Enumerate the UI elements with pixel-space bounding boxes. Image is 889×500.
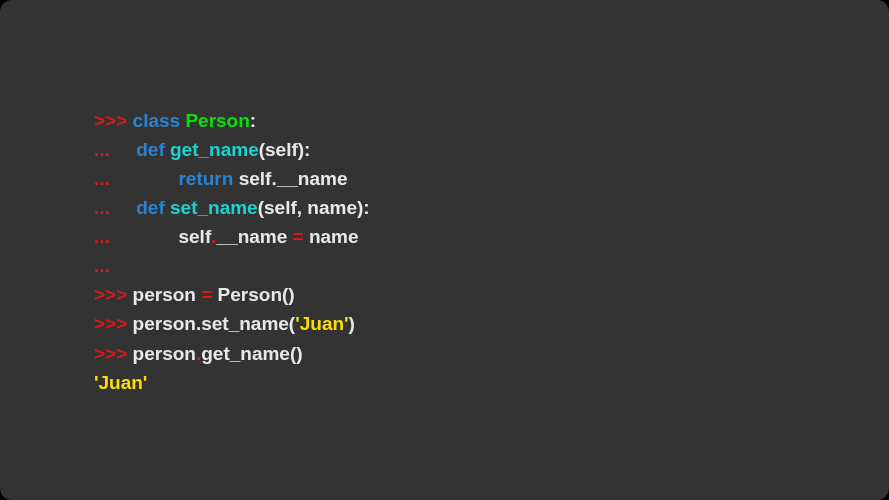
code-token: def — [136, 197, 170, 218]
code-token: class — [133, 110, 186, 131]
code-line-0: >>> class Person: — [94, 106, 795, 135]
code-slide: >>> class Person:... def get_name(self):… — [0, 0, 889, 500]
code-token: Person — [185, 110, 249, 131]
code-token: person — [133, 284, 202, 305]
code-token: person — [133, 343, 196, 364]
code-token: def — [136, 139, 170, 160]
code-token: name — [309, 226, 359, 247]
code-token: set_name — [170, 197, 258, 218]
code-line-2: ... return self.__name — [94, 164, 795, 193]
code-token: >>> — [94, 110, 133, 131]
code-token: ... — [94, 197, 136, 218]
code-line-8: >>> person.get_name() — [94, 339, 795, 368]
code-token: get_name — [170, 139, 259, 160]
code-line-3: ... def set_name(self, name): — [94, 193, 795, 222]
code-token: self — [178, 226, 211, 247]
code-token: __name — [217, 226, 293, 247]
code-token: self.__name — [239, 168, 348, 189]
code-block: >>> class Person:... def get_name(self):… — [94, 106, 795, 397]
code-token: >>> — [94, 313, 133, 334]
code-line-4: ... self.__name = name — [94, 222, 795, 251]
code-token: return — [178, 168, 238, 189]
code-token: ... — [94, 255, 110, 276]
code-token: = — [293, 226, 309, 247]
code-line-5: ... — [94, 251, 795, 280]
code-token: = — [201, 284, 217, 305]
code-token: ... — [94, 226, 178, 247]
code-line-9: 'Juan' — [94, 368, 795, 397]
code-token: person.set_name( — [133, 313, 296, 334]
code-token: >>> — [94, 343, 133, 364]
code-token: ) — [349, 313, 355, 334]
code-token: (self): — [259, 139, 311, 160]
code-line-7: >>> person.set_name('Juan') — [94, 309, 795, 338]
code-line-1: ... def get_name(self): — [94, 135, 795, 164]
code-token: ... — [94, 139, 136, 160]
code-token: : — [250, 110, 256, 131]
code-token: get_name() — [201, 343, 302, 364]
code-token: 'Juan' — [94, 372, 147, 393]
code-line-6: >>> person = Person() — [94, 280, 795, 309]
code-token: ... — [94, 168, 178, 189]
code-token: Person() — [218, 284, 295, 305]
code-token: (self, name): — [258, 197, 370, 218]
code-token: >>> — [94, 284, 133, 305]
code-token: 'Juan' — [295, 313, 348, 334]
